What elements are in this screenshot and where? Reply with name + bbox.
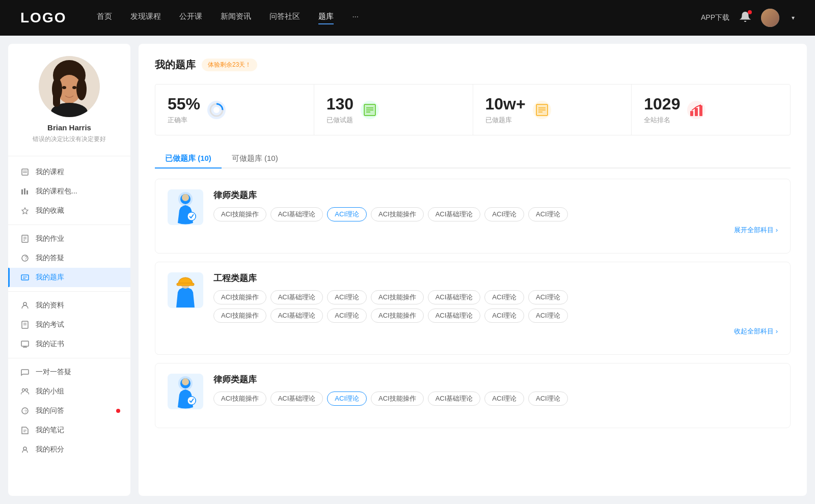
mycourse-icon <box>20 167 30 177</box>
stat-done-banks-value: 10w+ <box>485 95 526 114</box>
nav-qa[interactable]: 问答社区 <box>269 12 300 24</box>
sidebar-item-coursepackage[interactable]: 我的课程包... <box>8 182 130 201</box>
qbank-tag[interactable]: ACI技能操作 <box>371 290 424 304</box>
qbank-tag[interactable]: ACI理论 <box>528 309 568 323</box>
qbank-tag[interactable]: ACI理论 <box>528 391 568 406</box>
sidebar-item-label: 我的课程 <box>36 167 64 177</box>
sidebar-item-mycourse[interactable]: 我的课程 <box>8 162 130 182</box>
qbank-icon-engineer <box>168 272 203 308</box>
nav-home[interactable]: 首页 <box>97 12 112 24</box>
qbank-tags-3: ACI技能操作 ACI基础理论 ACI理论 ACI技能操作 ACI基础理论 AC… <box>213 391 778 406</box>
qbank-tag-active[interactable]: ACI理论 <box>327 207 367 221</box>
sidebar-item-label: 我的笔记 <box>36 426 64 435</box>
sidebar-menu: 我的课程 我的课程包... 我的收藏 我的作业 <box>8 156 130 465</box>
qbank-tag[interactable]: ACI理论 <box>484 309 524 323</box>
sidebar-item-label: 我的题库 <box>36 273 64 282</box>
sidebar-item-label: 我的答疑 <box>36 254 64 263</box>
nav-qbank[interactable]: 题库 <box>318 12 334 24</box>
qbank-card-lawyer-2: 律师类题库 ACI技能操作 ACI基础理论 ACI理论 ACI技能操作 ACI基… <box>155 363 791 428</box>
sidebar-item-myprofile[interactable]: 我的资料 <box>8 296 130 315</box>
qbank-tag[interactable]: ACI技能操作 <box>213 391 266 406</box>
svg-rect-54 <box>695 108 698 116</box>
user-profile: Brian Harris 错误的决定比没有决定要好 <box>8 56 130 156</box>
sidebar-item-myqa[interactable]: ? 我的答疑 <box>8 248 130 268</box>
sidebar-item-mycert[interactable]: 我的证书 <box>8 334 130 354</box>
qbank-tag[interactable]: ACI基础理论 <box>270 391 323 406</box>
nav-news[interactable]: 新闻资讯 <box>221 12 251 24</box>
nav-opencourse[interactable]: 公开课 <box>179 12 202 24</box>
qbank-tag[interactable]: ACI基础理论 <box>428 309 481 323</box>
sidebar-item-myqanda[interactable]: ? 我的问答 <box>8 401 130 421</box>
header-right: APP下载 ▾ <box>701 9 795 27</box>
qbank-tag[interactable]: ACI理论 <box>528 207 568 221</box>
favorites-icon <box>20 206 30 215</box>
tab-available-banks[interactable]: 可做题库 (10) <box>222 150 288 167</box>
stat-done-banks-label: 已做题库 <box>485 116 526 125</box>
qbank-tag-active[interactable]: ACI理论 <box>327 391 367 406</box>
sidebar-item-label: 一对一答疑 <box>36 368 71 377</box>
sidebar-item-myexam[interactable]: 我的考试 <box>8 315 130 334</box>
sidebar-item-mygroup[interactable]: 我的小组 <box>8 382 130 401</box>
sidebar-item-mynotes[interactable]: 我的笔记 <box>8 421 130 440</box>
tabs-container: 已做题库 (10) 可做题库 (10) <box>155 150 791 169</box>
nav-discover[interactable]: 发现课程 <box>130 12 161 24</box>
nav-more[interactable]: ··· <box>352 12 359 24</box>
qbank-tag[interactable]: ACI基础理论 <box>270 207 323 221</box>
svg-point-8 <box>62 86 66 89</box>
app-download-button[interactable]: APP下载 <box>701 13 729 22</box>
stat-done-banks: 10w+ 已做题库 <box>473 85 632 135</box>
qbank-tag[interactable]: ACI技能操作 <box>371 309 424 323</box>
notification-bell[interactable] <box>740 11 751 24</box>
qbank-tag[interactable]: ACI技能操作 <box>371 391 424 406</box>
svg-text:?: ? <box>24 256 28 261</box>
mynotes-icon <box>20 426 30 435</box>
coursepackage-icon <box>20 187 30 196</box>
svg-rect-23 <box>21 275 29 280</box>
stats-row: 55% 正确率 130 已做试题 <box>155 84 791 135</box>
myqanda-icon: ? <box>20 406 30 415</box>
stat-rank-icon <box>687 101 705 119</box>
stat-accuracy: 55% 正确率 <box>155 85 314 135</box>
sidebar-item-homework[interactable]: 我的作业 <box>8 229 130 248</box>
sidebar-item-myqbank[interactable]: 我的题库 <box>8 268 130 287</box>
myqa-icon: ? <box>20 254 30 263</box>
qbank-tag[interactable]: ACI理论 <box>484 207 524 221</box>
qbank-tag[interactable]: ACI理论 <box>484 391 524 406</box>
user-avatar[interactable] <box>761 9 779 27</box>
svg-rect-30 <box>21 341 29 346</box>
qbank-tag[interactable]: ACI基础理论 <box>428 290 481 304</box>
qbank-tag[interactable]: ACI技能操作 <box>371 207 424 221</box>
svg-point-26 <box>23 302 26 305</box>
qbank-tag[interactable]: ACI理论 <box>484 290 524 304</box>
svg-rect-15 <box>26 190 28 194</box>
qbank-header-1: 律师类题库 ACI技能操作 ACI基础理论 ACI理论 ACI技能操作 ACI基… <box>168 189 778 235</box>
tab-done-banks[interactable]: 已做题库 (10) <box>155 150 222 167</box>
qbank-tag[interactable]: ACI基础理论 <box>270 290 323 304</box>
qbank-tag[interactable]: ACI技能操作 <box>213 290 266 304</box>
divider <box>8 225 130 225</box>
qbank-tag[interactable]: ACI理论 <box>327 290 367 304</box>
qbank-tag[interactable]: ACI基础理论 <box>428 391 481 406</box>
qbank-tag[interactable]: ACI理论 <box>528 290 568 304</box>
qbank-tag[interactable]: ACI基础理论 <box>428 207 481 221</box>
qbank-tag[interactable]: ACI理论 <box>327 309 367 323</box>
notification-indicator <box>116 409 120 413</box>
svg-point-33 <box>22 389 25 391</box>
qbank-expand-2[interactable]: 收起全部科目 › <box>213 327 778 336</box>
stat-rank-value: 1029 <box>644 95 680 114</box>
user-dropdown-arrow[interactable]: ▾ <box>792 14 795 21</box>
svg-point-42 <box>213 107 220 113</box>
qbank-tags-1: ACI技能操作 ACI基础理论 ACI理论 ACI技能操作 ACI基础理论 AC… <box>213 207 778 221</box>
sidebar-item-oneone[interactable]: 一对一答疑 <box>8 362 130 382</box>
qbank-expand-1[interactable]: 展开全部科目 › <box>213 226 778 235</box>
qbank-card-engineer: 工程类题库 ACI技能操作 ACI基础理论 ACI理论 ACI技能操作 ACI基… <box>155 262 791 355</box>
stat-accuracy-icon <box>207 101 226 119</box>
sidebar-item-label: 我的考试 <box>36 320 64 329</box>
qbank-tag[interactable]: ACI技能操作 <box>213 309 266 323</box>
sidebar-item-favorites[interactable]: 我的收藏 <box>8 201 130 220</box>
svg-rect-53 <box>690 111 693 116</box>
qbank-tag[interactable]: ACI基础理论 <box>270 309 323 323</box>
sidebar-item-mypoints[interactable]: 我的积分 <box>8 440 130 459</box>
svg-rect-62 <box>177 283 194 286</box>
qbank-tag[interactable]: ACI技能操作 <box>213 207 266 221</box>
